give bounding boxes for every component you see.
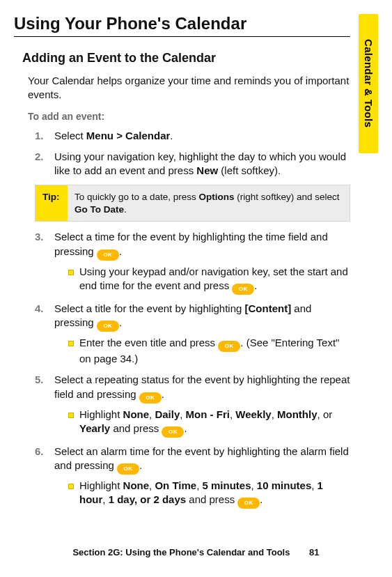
step-2-bold: New — [196, 164, 218, 176]
page-number: 81 — [309, 547, 319, 557]
step-5-sub-item: Highlight None, Daily, Mon - Fri, Weekly… — [68, 408, 350, 438]
step-5-monfri: Mon - Fri — [186, 408, 230, 420]
ok-icon: OK — [232, 284, 254, 295]
tip-body-e: . — [124, 204, 127, 215]
step-6-or2d: , or 2 days — [134, 493, 186, 505]
side-tab: Calendar & Tools — [359, 14, 378, 153]
step-6-ontime: On Time — [155, 479, 196, 491]
step-3-text-c: . — [119, 245, 122, 257]
step-5-text-a: Select a repeating status for the event … — [54, 374, 350, 399]
step-1-text-c: . — [170, 130, 173, 141]
tip-body-b: Options — [199, 192, 235, 202]
step-1-text-a: Select — [54, 130, 86, 141]
step-4-sub-item: Enter the even title and press OK. (See … — [68, 336, 350, 366]
step-2-text-c: (left softkey). — [218, 164, 281, 176]
step-4-text-a: Select a title for the event by highligh… — [54, 302, 245, 314]
tip-body: To quickly go to a date, press Options (… — [68, 185, 350, 221]
ok-icon: OK — [117, 463, 139, 475]
page-content: Using Your Phone's Calendar Adding an Ev… — [0, 0, 392, 509]
intro-text: Your Calendar helps organize your time a… — [28, 74, 350, 102]
step-6-and: and press — [186, 493, 237, 505]
c3: , — [230, 408, 235, 420]
ok-icon: OK — [218, 341, 240, 352]
c9: , — [102, 493, 108, 505]
ok-icon: OK — [97, 321, 119, 332]
c8: , — [311, 479, 317, 491]
step-6-none: None — [123, 479, 150, 491]
step-4-sub: Enter the even title and press OK. (See … — [68, 336, 350, 366]
step-5-sub-a: Highlight — [79, 408, 123, 420]
step-5-monthly: Monthly — [277, 408, 317, 420]
step-5-end: . — [184, 422, 187, 434]
step-5-yearly: Yearly — [79, 422, 110, 434]
step-4-sub-a: Enter the even title and press — [79, 337, 218, 348]
step-6-sub-item: Highlight None, On Time, 5 minutes, 10 m… — [68, 479, 350, 509]
c2: , — [180, 408, 185, 420]
step-1: Select Menu > Calendar. — [35, 129, 350, 143]
side-tab-label: Calendar & Tools — [363, 39, 375, 128]
step-6-sub-a: Highlight — [79, 479, 123, 491]
step-3-text-a: Select a time for the event by highlight… — [54, 231, 328, 256]
step-5-and: and press — [110, 422, 162, 434]
steps-list: Select Menu > Calendar. Using your navig… — [35, 129, 350, 178]
tip-body-c: (right softkey) and select — [235, 192, 340, 202]
lead-text: To add an event: — [28, 111, 350, 122]
step-6-end: . — [260, 493, 262, 505]
title-rule — [14, 36, 350, 37]
step-6-1d: 1 day — [109, 493, 134, 505]
page-title: Using Your Phone's Calendar — [14, 14, 350, 33]
step-3: Select a time for the event by highlight… — [35, 230, 350, 295]
step-4: Select a title for the event by highligh… — [35, 302, 350, 367]
step-5-sub: Highlight None, Daily, Mon - Fri, Weekly… — [68, 408, 350, 438]
step-6-10m: 10 minutes — [257, 479, 311, 491]
step-6: Select an alarm time for the event by hi… — [35, 445, 350, 509]
tip-box: Tip: To quickly go to a date, press Opti… — [35, 185, 350, 222]
step-2: Using your navigation key, highlight the… — [35, 150, 350, 178]
step-1-bold: Menu > Calendar — [86, 130, 170, 141]
ok-icon: OK — [97, 249, 119, 261]
step-4-text-e: . — [119, 316, 122, 328]
section-heading: Adding an Event to the Calendar — [22, 51, 350, 66]
step-6-text-a: Select an alarm time for the event by hi… — [54, 445, 349, 471]
step-6-text-c: . — [139, 459, 142, 471]
step-6-5m: 5 minutes — [202, 479, 251, 491]
footer-text: Section 2G: Using the Phone's Calendar a… — [72, 547, 290, 557]
step-5-text-c: . — [162, 388, 164, 400]
ok-icon: OK — [162, 426, 184, 438]
tip-body-a: To quickly go to a date, press — [75, 192, 199, 202]
step-5-none: None — [123, 408, 150, 420]
step-5-weekly: Weekly — [235, 408, 271, 420]
tip-label: Tip: — [36, 185, 68, 221]
ok-icon: OK — [237, 498, 260, 509]
step-6-sub: Highlight None, On Time, 5 minutes, 10 m… — [68, 479, 350, 509]
step-3-sub: Using your keypad and/or navigation key,… — [68, 265, 350, 295]
c7: , — [251, 479, 257, 491]
step-3-sub-c: . — [254, 279, 257, 291]
steps-list-cont: Select a time for the event by highlight… — [35, 230, 350, 509]
step-3-sub-a: Using your keypad and/or navigation key,… — [79, 266, 348, 291]
c4: , — [272, 408, 277, 420]
step-5-or: , or — [317, 408, 333, 420]
step-3-sub-item: Using your keypad and/or navigation key,… — [68, 265, 350, 295]
step-5-daily: Daily — [155, 408, 180, 420]
page-footer: Section 2G: Using the Phone's Calendar a… — [0, 547, 392, 557]
tip-body-d: Go To Date — [75, 204, 124, 215]
step-4-bold: [Content] — [245, 302, 292, 314]
step-5: Select a repeating status for the event … — [35, 373, 350, 438]
ok-icon: OK — [139, 392, 162, 403]
